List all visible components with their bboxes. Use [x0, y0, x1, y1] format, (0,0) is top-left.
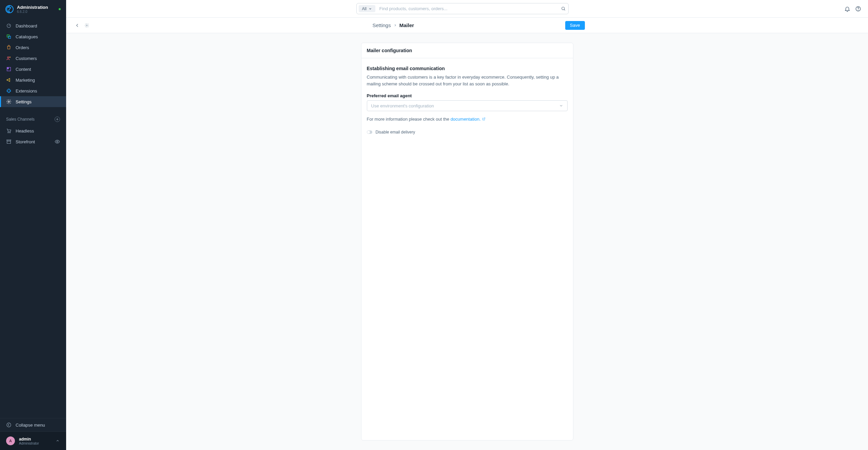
collapse-icon — [6, 422, 12, 428]
svg-point-16 — [86, 25, 87, 26]
sidebar-item-customers[interactable]: Customers — [0, 53, 66, 64]
sidebar-item-extensions[interactable]: Extensions — [0, 85, 66, 96]
chevron-down-icon — [559, 104, 563, 108]
sidebar-item-label: Catalogues — [16, 34, 38, 39]
sidebar-item-marketing[interactable]: Marketing — [0, 75, 66, 85]
sidebar-item-catalogues[interactable]: Catalogues — [0, 31, 66, 42]
sales-channels-header: Sales Channels — [0, 107, 66, 125]
collapse-label: Collapse menu — [16, 423, 45, 428]
dashboard-icon — [6, 23, 12, 28]
brand-text: Administration 6.6.2.0 — [17, 5, 48, 14]
select-placeholder: Use environment's configuration — [371, 103, 434, 108]
breadcrumb-bar: Settings Mailer Save — [66, 18, 868, 33]
user-name: admin — [19, 437, 39, 442]
toggle-label: Disable email delivery — [376, 130, 415, 135]
sidebar-item-label: Marketing — [16, 78, 35, 83]
section-description: Communicating with customers is a key fa… — [367, 74, 568, 87]
sidebar-item-label: Orders — [16, 45, 29, 50]
sidebar-item-label: Dashboard — [16, 23, 37, 28]
svg-point-10 — [9, 132, 10, 133]
sales-channel-item-storefront[interactable]: Storefront — [0, 136, 66, 147]
sidebar-item-dashboard[interactable]: Dashboard — [0, 20, 66, 31]
sidebar-item-label: Extensions — [16, 88, 37, 94]
svg-point-4 — [7, 57, 9, 58]
search-button[interactable] — [559, 3, 568, 14]
sidebar-item-settings[interactable]: Settings — [0, 96, 66, 107]
topbar: All — [66, 0, 868, 18]
info-line: For more information please check out th… — [367, 117, 568, 122]
svg-point-8 — [8, 101, 9, 102]
user-text: admin Administrator — [19, 437, 39, 445]
breadcrumb-settings-button[interactable] — [84, 22, 90, 28]
search-input[interactable] — [375, 3, 559, 14]
collapse-menu-button[interactable]: Collapse menu — [0, 418, 66, 432]
chevron-up-icon — [55, 438, 60, 443]
catalogues-icon — [6, 34, 12, 39]
status-dot-icon — [59, 8, 61, 10]
extensions-icon — [6, 88, 12, 94]
gear-icon — [6, 99, 12, 104]
add-sales-channel-button[interactable] — [55, 117, 60, 122]
main-nav: Dashboard Catalogues Orders Customers Co… — [0, 18, 66, 107]
user-role: Administrator — [19, 442, 39, 445]
sidebar-item-label: Customers — [16, 56, 37, 61]
storefront-icon — [6, 139, 12, 144]
search-filter-label: All — [362, 6, 367, 11]
customers-icon — [6, 56, 12, 61]
section-title: Establishing email communication — [367, 66, 568, 71]
breadcrumb-current: Mailer — [399, 22, 414, 28]
toggle-row: Disable email delivery — [367, 130, 568, 135]
svg-point-15 — [858, 10, 859, 10]
chevron-right-icon — [394, 24, 397, 27]
orders-icon — [6, 45, 12, 50]
app-title: Administration — [17, 5, 48, 10]
field-label: Preferred email agent — [367, 93, 568, 98]
sidebar-item-content[interactable]: Content — [0, 64, 66, 75]
content-area: Mailer configuration Establishing email … — [66, 33, 868, 450]
back-button[interactable] — [74, 22, 80, 28]
logo-icon — [5, 5, 14, 13]
disable-email-toggle[interactable] — [367, 130, 372, 134]
content-icon — [6, 66, 12, 72]
sales-channel-item-headless[interactable]: Headless — [0, 125, 66, 136]
card-title: Mailer configuration — [361, 43, 573, 58]
documentation-link[interactable]: documentation. — [451, 117, 486, 122]
chevron-down-icon — [369, 7, 372, 11]
save-button[interactable]: Save — [565, 21, 585, 30]
external-link-icon — [482, 117, 486, 121]
sales-channel-label: Storefront — [16, 139, 35, 144]
notifications-button[interactable] — [844, 6, 850, 12]
cart-icon — [6, 128, 12, 134]
svg-point-12 — [7, 423, 11, 427]
svg-point-9 — [8, 132, 8, 133]
email-agent-select[interactable]: Use environment's configuration — [367, 100, 568, 111]
mailer-card: Mailer configuration Establishing email … — [361, 43, 573, 441]
marketing-icon — [6, 77, 12, 83]
sidebar-item-label: Settings — [16, 99, 32, 104]
svg-rect-7 — [7, 67, 9, 69]
info-prefix: For more information please check out th… — [367, 117, 451, 122]
main-area: All — [66, 0, 868, 450]
sidebar-item-label: Content — [16, 67, 31, 72]
app-version: 6.6.2.0 — [17, 10, 48, 14]
avatar: A — [6, 436, 15, 445]
svg-point-11 — [57, 141, 58, 142]
sales-channels-label: Sales Channels — [6, 117, 35, 122]
sidebar-item-orders[interactable]: Orders — [0, 42, 66, 53]
sales-channel-label: Headless — [16, 128, 34, 134]
eye-icon[interactable] — [55, 139, 60, 144]
svg-point-5 — [9, 57, 11, 58]
help-button[interactable] — [855, 6, 861, 12]
breadcrumb-parent[interactable]: Settings — [373, 22, 391, 28]
search-filter-dropdown[interactable]: All — [359, 5, 375, 12]
user-menu[interactable]: A admin Administrator — [0, 432, 66, 450]
brand-block: Administration 6.6.2.0 — [0, 0, 66, 18]
sidebar: Administration 6.6.2.0 Dashboard Catalog… — [0, 0, 66, 450]
svg-point-13 — [561, 7, 564, 9]
search-bar: All — [356, 3, 569, 14]
